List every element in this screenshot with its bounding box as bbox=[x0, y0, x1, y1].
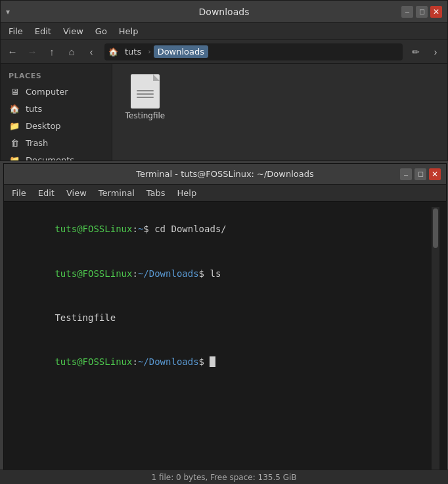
edit-location-button[interactable]: ✏ bbox=[407, 43, 425, 61]
term-prompt-suffix-1: $ bbox=[143, 224, 154, 234]
term-titlebar: Terminal - tuts@FOSSLinux: ~/Downloads –… bbox=[4, 164, 446, 185]
chevron-down-icon: ▾ bbox=[6, 7, 10, 16]
file-line bbox=[137, 93, 154, 95]
term-prompt-path-2: ~/Downloads bbox=[138, 268, 199, 279]
file-line bbox=[137, 97, 154, 98]
back-button[interactable]: ← bbox=[3, 43, 22, 61]
term-window-title: Terminal - tuts@FOSSLinux: ~/Downloads bbox=[136, 169, 314, 179]
fm-menu-view[interactable]: View bbox=[58, 25, 89, 37]
term-command-1: cd Downloads/ bbox=[154, 224, 227, 234]
fm-maximize-button[interactable]: ◻ bbox=[416, 6, 428, 18]
location-crumb-tuts[interactable]: tuts bbox=[121, 45, 145, 58]
fm-menu-go[interactable]: Go bbox=[90, 25, 112, 37]
term-line-4: tuts@FOSSLinux:~/Downloads$ bbox=[11, 340, 432, 384]
term-prompt-colon-3: : bbox=[132, 356, 137, 367]
term-line-1: tuts@FOSSLinux:~$ cd Downloads/ bbox=[11, 207, 432, 251]
sidebar-section-places: Places bbox=[1, 69, 112, 83]
term-menubar: File Edit View Terminal Tabs Help bbox=[4, 185, 446, 202]
file-item-testingfile[interactable]: Testingfile bbox=[119, 70, 171, 124]
term-body[interactable]: tuts@FOSSLinux:~$ cd Downloads/ tuts@FOS… bbox=[4, 202, 446, 478]
term-prompt-colon-2: : bbox=[132, 268, 137, 279]
fm-sidebar: Places Computer tuts Desktop Trash Docum… bbox=[1, 64, 112, 160]
term-line-3: Testingfile bbox=[11, 295, 432, 339]
term-menu-view[interactable]: View bbox=[61, 187, 92, 199]
term-prompt-suffix-2: $ bbox=[199, 268, 210, 279]
term-menu-file[interactable]: File bbox=[7, 187, 32, 199]
sidebar-label-desktop: Desktop bbox=[26, 121, 61, 131]
location-bar: 🏠 tuts › Downloads bbox=[104, 43, 403, 60]
home-icon bbox=[9, 103, 20, 114]
term-line-2: tuts@FOSSLinux:~/Downloads$ ls bbox=[11, 251, 432, 295]
term-output-1: Testingfile bbox=[55, 312, 116, 323]
sidebar-label-computer: Computer bbox=[26, 87, 68, 97]
sidebar-item-documents[interactable]: Documents bbox=[1, 151, 112, 160]
term-prompt-user-3: tuts@FOSSLinux bbox=[55, 356, 132, 367]
term-wm-buttons: – ◻ ✕ bbox=[400, 168, 441, 180]
term-maximize-button[interactable]: ◻ bbox=[414, 168, 426, 180]
term-menu-help[interactable]: Help bbox=[172, 187, 202, 199]
fm-toolbar: ← → ↑ ⌂ ‹ 🏠 tuts › Downloads ✏ › bbox=[1, 40, 447, 64]
next-location-button[interactable]: › bbox=[426, 43, 445, 61]
term-close-button[interactable]: ✕ bbox=[429, 168, 441, 180]
breadcrumb-separator: › bbox=[148, 47, 150, 56]
term-minimize-button[interactable]: – bbox=[400, 168, 412, 180]
sidebar-label-trash: Trash bbox=[26, 138, 48, 148]
desktop-icon bbox=[9, 120, 20, 132]
terminal-window: Terminal - tuts@FOSSLinux: ~/Downloads –… bbox=[3, 163, 447, 479]
term-scrollbar[interactable] bbox=[432, 207, 439, 473]
fm-window-title: Downloads bbox=[199, 7, 250, 17]
sidebar-label-documents: Documents bbox=[26, 155, 74, 161]
term-prompt-path-3: ~/Downloads bbox=[138, 356, 199, 367]
file-icon bbox=[131, 74, 160, 109]
documents-icon bbox=[9, 154, 20, 160]
file-line bbox=[137, 90, 154, 91]
forward-button[interactable]: → bbox=[23, 43, 41, 61]
fm-statusbar: 1 file: 0 bytes, Free space: 135.5 GiB bbox=[0, 470, 448, 484]
fm-minimize-button[interactable]: – bbox=[401, 6, 413, 18]
status-text: 1 file: 0 bytes, Free space: 135.5 GiB bbox=[151, 473, 296, 482]
home-button[interactable]: ⌂ bbox=[62, 43, 81, 61]
sidebar-item-trash[interactable]: Trash bbox=[1, 134, 112, 151]
file-manager-window: ▾ Downloads – ◻ ✕ File Edit View Go Help… bbox=[0, 0, 448, 161]
term-prompt-user-2: tuts@FOSSLinux bbox=[55, 268, 132, 279]
file-icon-lines bbox=[137, 90, 154, 98]
fm-titlebar: ▾ Downloads – ◻ ✕ bbox=[1, 1, 447, 23]
fm-menubar: File Edit View Go Help bbox=[1, 23, 447, 40]
sidebar-item-desktop[interactable]: Desktop bbox=[1, 117, 112, 134]
term-menu-terminal[interactable]: Terminal bbox=[93, 187, 140, 199]
fm-main-area: Testingfile bbox=[112, 64, 447, 160]
up-button[interactable]: ↑ bbox=[43, 43, 61, 61]
term-text-area: tuts@FOSSLinux:~$ cd Downloads/ tuts@FOS… bbox=[11, 207, 432, 473]
term-scroll-thumb[interactable] bbox=[433, 208, 438, 248]
location-home-icon: 🏠 bbox=[108, 47, 118, 57]
term-command-2: ls bbox=[210, 268, 221, 279]
sidebar-item-computer[interactable]: Computer bbox=[1, 83, 112, 100]
fm-menu-edit[interactable]: Edit bbox=[30, 25, 56, 37]
term-prompt-user-1: tuts@FOSSLinux bbox=[55, 224, 132, 234]
location-crumb-downloads[interactable]: Downloads bbox=[154, 45, 208, 58]
file-name: Testingfile bbox=[125, 111, 165, 120]
fm-wm-buttons: – ◻ ✕ bbox=[401, 6, 442, 18]
term-cursor bbox=[210, 356, 215, 367]
fm-menu-help[interactable]: Help bbox=[114, 25, 144, 37]
term-menu-tabs[interactable]: Tabs bbox=[141, 187, 171, 199]
term-prompt-suffix-3: $ bbox=[199, 356, 210, 367]
fm-close-button[interactable]: ✕ bbox=[430, 6, 442, 18]
term-menu-edit[interactable]: Edit bbox=[33, 187, 60, 199]
sidebar-item-tuts[interactable]: tuts bbox=[1, 100, 112, 117]
sidebar-label-tuts: tuts bbox=[26, 104, 42, 114]
prev-location-button[interactable]: ‹ bbox=[82, 43, 101, 61]
fm-content: Places Computer tuts Desktop Trash Docum… bbox=[1, 64, 447, 160]
term-prompt-colon-1: : bbox=[132, 224, 137, 234]
computer-icon bbox=[9, 85, 20, 97]
trash-icon bbox=[9, 137, 20, 149]
fm-menu-file[interactable]: File bbox=[3, 25, 28, 37]
